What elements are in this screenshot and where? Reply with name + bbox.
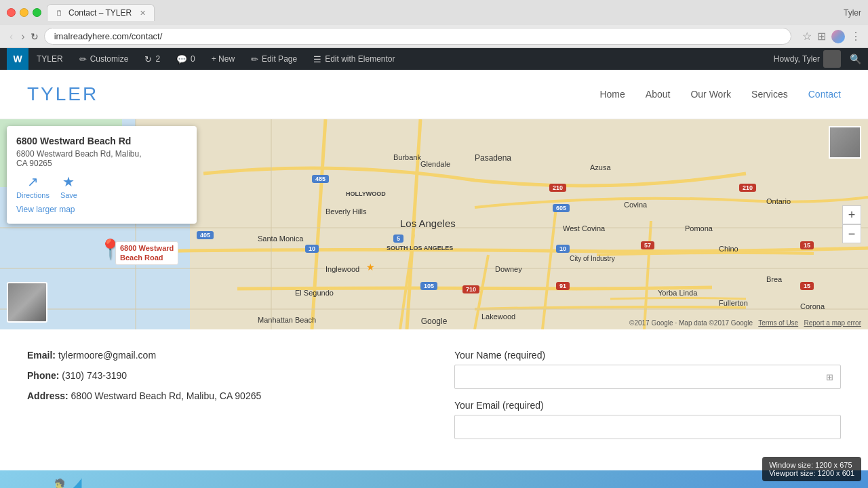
city-label-fullerton: Fullerton <box>719 299 748 307</box>
highway-badge-91: 91 <box>556 282 570 290</box>
contact-form: Your Name (required) ⊞ Your Email (requi… <box>454 350 841 450</box>
marker-text-line2: Beach Road <box>120 253 174 262</box>
city-label-lakewood: Lakewood <box>481 312 515 321</box>
name-input[interactable]: ⊞ <box>454 365 841 389</box>
directions-label: Directions <box>16 191 50 199</box>
nav-about[interactable]: About <box>646 89 671 100</box>
email-field-group: Your Email (required) <box>454 400 841 439</box>
terms-of-use-link[interactable]: Terms of Use <box>758 319 798 327</box>
city-label-city-of-industry: City of Industry <box>570 255 615 262</box>
city-label-yorba-linda: Yorba Linda <box>658 289 697 297</box>
window-size-line1: Window size: 1200 x 675 <box>769 461 854 469</box>
admin-bar-comments[interactable]: 💬 0 <box>168 48 203 70</box>
maximize-window-button[interactable] <box>33 8 41 17</box>
map-attribution: ©2017 Google · Map data ©2017 Google Ter… <box>629 319 861 327</box>
nav-our-work[interactable]: Our Work <box>690 89 731 100</box>
email-input[interactable] <box>454 415 841 439</box>
highway-badge-710: 710 <box>462 285 479 293</box>
address-value: 6800 Westward Beach Rd, Malibu, CA 90265 <box>71 390 262 401</box>
url-text: imalreadyhere.com/contact/ <box>54 31 163 41</box>
window-size-badge: Window size: 1200 x 675 Viewport size: 1… <box>762 457 861 481</box>
revisions-icon: ↻ <box>144 54 152 64</box>
admin-bar-customize[interactable]: ✏ Customize <box>71 48 137 70</box>
zoom-in-button[interactable]: + <box>842 205 861 224</box>
zoom-out-button[interactable]: − <box>842 224 861 243</box>
map-user-photo[interactable] <box>829 126 861 159</box>
nav-contact[interactable]: Contact <box>808 89 841 100</box>
elementor-icon: ☰ <box>313 54 321 64</box>
browser-toolbar-icons: ☆ ⊞ ⋮ <box>802 30 861 43</box>
admin-bar-site[interactable]: TYLER <box>28 48 71 70</box>
site-name-label: TYLER <box>37 54 63 64</box>
popup-address-line2: CA 90265 <box>16 159 52 168</box>
popup-location-title: 6800 Westward Beach Rd <box>16 136 187 146</box>
map-photo-thumbnail[interactable] <box>7 282 47 323</box>
comments-icon: 💬 <box>176 54 187 64</box>
view-larger-map-link[interactable]: View larger map <box>16 205 187 214</box>
highway-badge-10: 10 <box>305 245 319 253</box>
city-label-beverly-hills: Beverly Hills <box>326 207 367 216</box>
close-window-button[interactable] <box>7 8 16 17</box>
save-label: Save <box>60 191 77 199</box>
admin-bar-new[interactable]: + New <box>203 48 243 70</box>
admin-bar-edit-elementor[interactable]: ☰ Edit with Elementor <box>305 48 403 70</box>
profile-icon[interactable] <box>831 30 845 43</box>
name-input-icon: ⊞ <box>826 372 833 382</box>
minimize-window-button[interactable] <box>20 8 28 17</box>
customize-icon: ✏ <box>79 54 87 64</box>
bookmark-icon[interactable]: ☆ <box>802 30 812 43</box>
nav-buttons: ‹ › ↻ <box>7 29 39 44</box>
menu-icon[interactable]: ⋮ <box>850 30 861 43</box>
nav-home[interactable]: Home <box>599 89 625 100</box>
svg-text:Google: Google <box>421 317 448 326</box>
highway-badge-10-2: 10 <box>556 245 570 253</box>
email-value: tylermoore@gmail.com <box>58 350 156 361</box>
highway-badge-57: 57 <box>641 241 654 249</box>
browser-tab[interactable]: 🗒 Contact – TYLER ✕ <box>47 4 155 21</box>
site-header: TYLER Home About Our Work Services Conta… <box>0 70 868 119</box>
admin-avatar[interactable] <box>823 50 841 68</box>
city-label-manhattan-beach: Manhattan Beach <box>258 316 316 324</box>
highway-badge-210: 210 <box>549 184 566 192</box>
browser-user-label: Tyler <box>844 8 861 18</box>
city-label-downey: Downey <box>495 265 522 273</box>
nav-services[interactable]: Services <box>751 89 788 100</box>
tab-close-button[interactable]: ✕ <box>140 9 146 18</box>
city-label-covina: Covina <box>624 201 647 209</box>
map-marker: 📍 6800 Westward Beach Road <box>98 238 122 260</box>
map-container[interactable]: Google 485 10 10 605 210 210 105 710 91 … <box>0 119 868 329</box>
marker-label: 6800 Westward Beach Road <box>115 241 178 265</box>
address-bar[interactable]: imalreadyhere.com/contact/ <box>44 28 791 45</box>
site-logo[interactable]: TYLER <box>27 83 98 105</box>
highway-badge-405: 405 <box>197 231 214 239</box>
city-label-glendale: Glendale <box>420 160 450 168</box>
name-field-label: Your Name (required) <box>454 350 841 361</box>
highway-badge-485: 485 <box>312 175 329 183</box>
reload-button[interactable]: ↻ <box>31 29 39 44</box>
address-label: Address: <box>27 390 68 401</box>
report-map-error-link[interactable]: Report a map error <box>804 319 861 327</box>
wp-admin-bar: W TYLER ✏ Customize ↻ 2 💬 0 + New ✏ Edit… <box>0 48 868 70</box>
city-label-azusa: Azusa <box>590 163 611 171</box>
viewport-size-line2: Viewport size: 1200 x 601 <box>769 469 854 477</box>
name-field-group: Your Name (required) ⊞ <box>454 350 841 389</box>
forward-button[interactable]: › <box>18 29 27 44</box>
directions-action[interactable]: ↗ Directions <box>16 174 50 199</box>
wp-logo[interactable]: W <box>7 48 28 70</box>
map-zoom-controls: + − <box>842 205 861 243</box>
edit-page-label: Edit Page <box>262 54 297 64</box>
city-label-pasadena: Pasadena <box>475 153 511 163</box>
new-label: + New <box>212 54 235 64</box>
highway-badge-15: 15 <box>800 241 814 249</box>
extension-icon[interactable]: ⊞ <box>817 30 826 43</box>
bottom-image-strip: 🏄 <box>0 470 868 488</box>
admin-bar-revisions[interactable]: ↻ 2 <box>136 48 168 70</box>
back-button[interactable]: ‹ <box>7 29 16 44</box>
edit-icon: ✏ <box>251 54 258 64</box>
admin-bar-edit-page[interactable]: ✏ Edit Page <box>243 48 305 70</box>
traffic-lights <box>7 8 41 17</box>
search-icon[interactable]: 🔍 <box>850 54 861 64</box>
contact-info: Email: tylermoore@gmail.com Phone: (310)… <box>27 350 414 450</box>
save-action[interactable]: ★ Save <box>60 174 77 199</box>
city-label-west-covina: West Covina <box>563 224 605 232</box>
